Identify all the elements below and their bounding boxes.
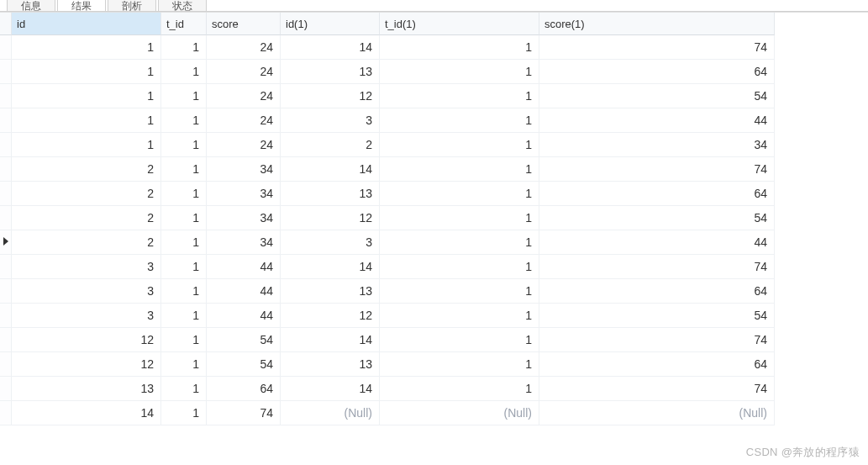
- table-cell[interactable]: 1: [380, 279, 539, 304]
- table-cell[interactable]: (Null): [380, 401, 539, 425]
- table-cell[interactable]: 1: [380, 206, 539, 230]
- row-gutter[interactable]: [0, 84, 12, 108]
- row-gutter[interactable]: [0, 60, 12, 84]
- table-cell[interactable]: 1: [161, 304, 207, 328]
- table-cell[interactable]: 1: [12, 84, 161, 108]
- table-cell[interactable]: 24: [207, 133, 281, 157]
- tab-info[interactable]: 信息: [7, 0, 55, 11]
- table-cell[interactable]: 1: [380, 60, 539, 84]
- row-gutter[interactable]: [0, 255, 12, 279]
- table-cell[interactable]: 34: [207, 230, 281, 255]
- column-header[interactable]: score(1): [539, 13, 775, 35]
- table-cell[interactable]: 74: [539, 157, 775, 182]
- tab-status[interactable]: 状态: [158, 0, 207, 11]
- table-cell[interactable]: 34: [207, 206, 281, 230]
- table-cell[interactable]: 12: [12, 352, 161, 377]
- row-gutter[interactable]: [0, 133, 12, 157]
- row-gutter[interactable]: [0, 352, 12, 377]
- table-cell[interactable]: 1: [380, 133, 539, 157]
- row-gutter[interactable]: [0, 401, 12, 425]
- table-cell[interactable]: 12: [281, 206, 380, 230]
- table-cell[interactable]: 1: [161, 133, 207, 157]
- table-cell[interactable]: 24: [207, 108, 281, 133]
- table-cell[interactable]: 1: [161, 60, 207, 84]
- column-header[interactable]: id: [12, 13, 161, 35]
- table-cell[interactable]: 54: [539, 206, 775, 230]
- table-cell[interactable]: 64: [539, 182, 775, 206]
- table-cell[interactable]: 44: [539, 230, 775, 255]
- table-cell[interactable]: 74: [539, 328, 775, 352]
- table-cell[interactable]: 24: [207, 35, 281, 60]
- table-cell[interactable]: 34: [207, 157, 281, 182]
- table-cell[interactable]: 44: [539, 108, 775, 133]
- column-header[interactable]: t_id: [161, 13, 207, 35]
- table-cell[interactable]: 1: [161, 35, 207, 60]
- table-cell[interactable]: 13: [281, 279, 380, 304]
- table-cell[interactable]: 14: [281, 377, 380, 401]
- table-cell[interactable]: 54: [539, 84, 775, 108]
- table-cell[interactable]: 54: [539, 304, 775, 328]
- tab-profile[interactable]: 剖析: [108, 0, 156, 11]
- row-gutter[interactable]: [0, 157, 12, 182]
- table-cell[interactable]: 1: [161, 279, 207, 304]
- table-cell[interactable]: 2: [12, 157, 161, 182]
- table-cell[interactable]: 1: [12, 108, 161, 133]
- table-cell[interactable]: 14: [281, 35, 380, 60]
- table-cell[interactable]: 13: [12, 377, 161, 401]
- table-cell[interactable]: 1: [12, 133, 161, 157]
- table-cell[interactable]: 24: [207, 60, 281, 84]
- table-cell[interactable]: 1: [380, 35, 539, 60]
- row-gutter[interactable]: [0, 206, 12, 230]
- table-cell[interactable]: 1: [161, 377, 207, 401]
- table-cell[interactable]: (Null): [281, 401, 380, 425]
- table-cell[interactable]: 2: [12, 206, 161, 230]
- row-gutter[interactable]: [0, 304, 12, 328]
- table-cell[interactable]: 1: [161, 328, 207, 352]
- table-cell[interactable]: (Null): [539, 401, 775, 425]
- table-cell[interactable]: 3: [12, 255, 161, 279]
- row-gutter[interactable]: [0, 182, 12, 206]
- table-cell[interactable]: 12: [281, 84, 380, 108]
- column-header[interactable]: score: [207, 13, 281, 35]
- table-cell[interactable]: 74: [539, 255, 775, 279]
- table-cell[interactable]: 1: [161, 182, 207, 206]
- table-cell[interactable]: 1: [380, 157, 539, 182]
- table-cell[interactable]: 1: [161, 157, 207, 182]
- table-cell[interactable]: 3: [281, 230, 380, 255]
- table-cell[interactable]: 1: [380, 84, 539, 108]
- table-cell[interactable]: 54: [207, 328, 281, 352]
- table-cell[interactable]: 1: [161, 352, 207, 377]
- table-cell[interactable]: 3: [281, 108, 380, 133]
- table-cell[interactable]: 3: [12, 279, 161, 304]
- table-cell[interactable]: 1: [380, 352, 539, 377]
- table-cell[interactable]: 34: [539, 133, 775, 157]
- table-cell[interactable]: 1: [380, 255, 539, 279]
- table-cell[interactable]: 13: [281, 60, 380, 84]
- table-cell[interactable]: 3: [12, 304, 161, 328]
- tab-result[interactable]: 结果: [57, 0, 106, 11]
- table-cell[interactable]: 14: [12, 401, 161, 425]
- table-cell[interactable]: 14: [281, 255, 380, 279]
- table-cell[interactable]: 1: [161, 230, 207, 255]
- table-cell[interactable]: 14: [281, 328, 380, 352]
- row-gutter[interactable]: [0, 279, 12, 304]
- table-cell[interactable]: 74: [539, 35, 775, 60]
- table-cell[interactable]: 12: [12, 328, 161, 352]
- table-cell[interactable]: 2: [281, 133, 380, 157]
- column-header[interactable]: id(1): [281, 13, 380, 35]
- table-cell[interactable]: 1: [380, 182, 539, 206]
- table-cell[interactable]: 1: [380, 304, 539, 328]
- table-cell[interactable]: 54: [207, 352, 281, 377]
- table-cell[interactable]: 1: [161, 401, 207, 425]
- table-cell[interactable]: 44: [207, 279, 281, 304]
- table-cell[interactable]: 64: [539, 352, 775, 377]
- table-cell[interactable]: 24: [207, 84, 281, 108]
- table-cell[interactable]: 1: [161, 84, 207, 108]
- table-cell[interactable]: 1: [380, 328, 539, 352]
- row-gutter[interactable]: [0, 108, 12, 133]
- table-cell[interactable]: 1: [161, 255, 207, 279]
- table-cell[interactable]: 2: [12, 182, 161, 206]
- table-cell[interactable]: 44: [207, 304, 281, 328]
- table-cell[interactable]: 1: [12, 35, 161, 60]
- table-cell[interactable]: 1: [380, 377, 539, 401]
